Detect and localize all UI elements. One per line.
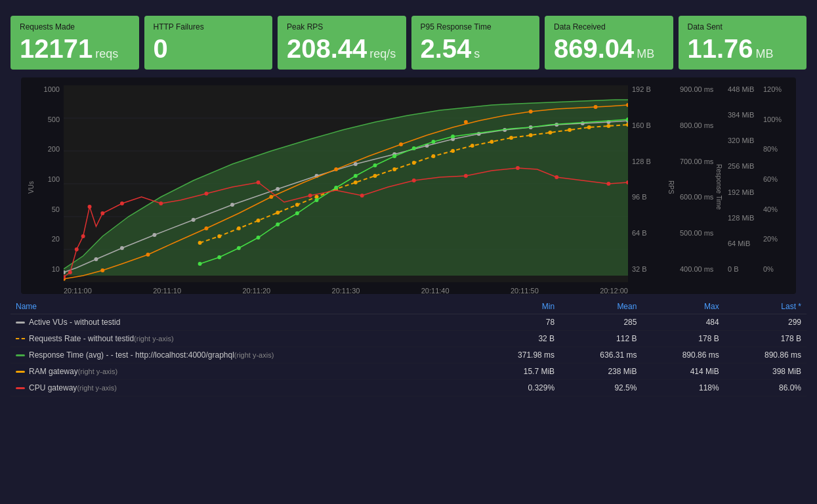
y-axis-pct: 120%100%80%60%40%20%0% [761,85,791,289]
legend-name: RAM gateway (right y-axis) [10,364,478,380]
svg-point-27 [217,234,221,238]
svg-point-28 [237,226,241,230]
svg-point-34 [354,180,358,184]
metric-label-4: Data Received [554,22,664,32]
y-mb-label: 0 B [728,265,761,273]
legend-max: 890.86 ms [642,347,724,364]
x-axis-label: 20:11:20 [242,287,270,295]
svg-point-30 [276,211,280,215]
legend-last: 890.86 ms [724,347,807,364]
y-mb-label: 128 MiB [728,214,761,222]
rps-label: RPS [666,180,676,194]
legend-name: Response Time (avg) - - test - http://lo… [10,347,478,364]
metric-number-3: 2.54 [421,35,472,62]
y-pct-label: 100% [763,116,791,123]
metric-value-3: 2.54 s [421,35,531,62]
y-pct-label: 20% [763,235,791,243]
metric-number-5: 11.76 [688,35,753,62]
y-resp-label: 400.00 ms [680,265,714,273]
legend-min: 15.7 MiB [478,364,560,380]
svg-point-9 [120,246,124,250]
table-row: RAM gateway (right y-axis) 15.7 MiB 238 … [10,364,807,380]
chart-area: 20:11:0020:11:1020:11:2020:11:3020:11:40… [64,85,628,289]
header [0,0,817,16]
metric-label-1: HTTP Failures [154,22,264,32]
y-pct-label: 80% [763,145,791,153]
svg-point-73 [594,105,598,109]
metric-value-5: 11.76 MB [688,35,798,62]
legend-last: 299 [724,314,807,331]
metric-unit-4: MB [637,48,654,60]
y-pct-label: 40% [763,205,791,213]
legend-min: 371.98 ms [478,347,560,364]
svg-point-79 [88,205,92,209]
legend-table: Name Min Mean Max Last * Active VUs - wi… [10,299,807,396]
y-resp-label: 800.00 ms [680,121,714,129]
legend-min: 32 B [478,331,560,347]
svg-point-72 [529,110,533,114]
x-axis-label: 20:11:00 [64,287,92,295]
metric-label-3: P95 Response Time [421,22,531,32]
metric-label-5: Data Sent [688,22,798,32]
table-row: CPU gateway (right y-axis) 0.329% 92.5% … [10,380,807,396]
legend-last: 86.0% [724,380,807,396]
legend-max: 178 B [642,331,724,347]
svg-point-67 [205,226,209,230]
metric-card-0: Requests Made 12171 reqs [10,16,139,70]
svg-point-66 [146,253,150,257]
legend-max: 118% [642,380,724,396]
metric-value-0: 12171 reqs [20,35,130,62]
svg-point-70 [399,142,403,146]
legend-name: Active VUs - without testid [10,314,478,331]
svg-point-81 [120,201,124,205]
y-mb-label: 320 MiB [728,136,761,144]
metric-unit-5: MB [756,48,774,60]
svg-point-65 [100,268,104,272]
y-resp-label: 500.00 ms [680,229,714,237]
x-axis-label: 20:11:30 [332,287,360,295]
y-mb-label: 448 MiB [728,85,761,93]
legend-mean: 636.31 ms [560,347,642,364]
svg-point-11 [192,218,196,222]
svg-point-89 [516,166,520,170]
svg-point-91 [606,182,610,186]
legend-mean: 112 B [560,331,642,347]
col-name: Name [10,299,478,314]
y-mb-label: 64 MiB [728,240,761,247]
svg-point-58 [373,163,377,167]
metric-label-0: Requests Made [20,22,130,32]
y-left-label: 10 [37,265,60,273]
svg-point-15 [354,162,358,166]
metric-card-4: Data Received 869.04 MB [545,16,673,70]
col-min: Min [478,299,560,314]
metric-unit-0: reqs [95,48,118,60]
chart-section: VUs 1000500200100502010 [21,77,796,294]
svg-point-59 [392,154,396,158]
svg-point-46 [587,125,591,129]
metric-card-1: HTTP Failures 0 [144,16,273,70]
svg-point-44 [548,131,552,135]
y-resp-label: 900.00 ms [680,85,714,93]
metric-number-0: 12171 [20,35,93,62]
svg-point-84 [257,180,261,184]
y-left-label: 20 [37,235,60,243]
y-axis-resp: 900.00 ms800.00 ms700.00 ms600.00 ms500.… [676,85,714,289]
series-dot-icon [16,387,25,389]
svg-point-29 [257,219,261,222]
y-rps-label: 192 B [632,85,666,93]
y-pct-label: 60% [763,175,791,183]
svg-point-8 [94,257,98,261]
svg-point-76 [68,270,72,274]
svg-point-85 [308,194,312,198]
y-left-label: 200 [37,145,60,153]
svg-point-37 [412,161,416,165]
y-rps-label: 160 B [632,121,666,129]
table-row: Response Time (avg) - - test - http://lo… [10,347,807,364]
svg-point-86 [360,194,364,198]
x-axis-labels: 20:11:0020:11:1020:11:2020:11:3020:11:40… [64,284,628,295]
legend-min: 78 [478,314,560,331]
y-axis-mb: 448 MiB384 MiB320 MiB256 MiB192 MiB128 M… [724,85,761,289]
y-axis-rps: 192 B160 B128 B96 B64 B32 B [628,85,666,289]
series-dot-icon [16,371,25,373]
svg-point-68 [269,195,273,199]
